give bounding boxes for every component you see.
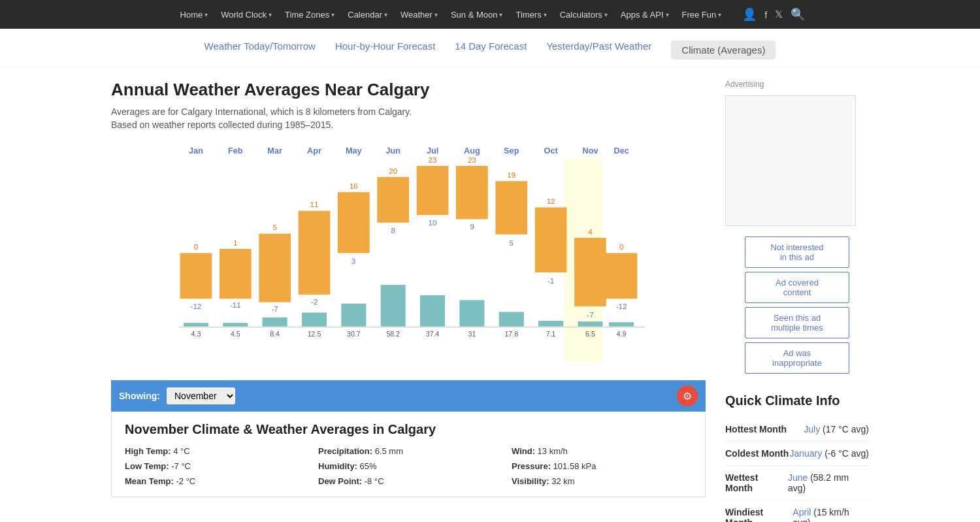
ad-not-interested-btn[interactable]: Not interestedin this ad [745, 237, 849, 268]
detail-title: November Climate & Weather Averages in C… [125, 422, 692, 437]
label-apr-high: 11 [310, 200, 319, 208]
qc-windiest-label: Windiest Month [725, 507, 792, 522]
top-navigation: Home ▾ World Clock ▾ Time Zones ▾ Calend… [0, 0, 980, 29]
advertising-label: Advertising [725, 80, 869, 89]
tab-yesterday[interactable]: Yesterday/Past Weather [546, 41, 651, 59]
precip-aug: 31 [468, 330, 476, 338]
detail-panel: November Climate & Weather Averages in C… [111, 412, 706, 497]
bar-mar-temp [259, 234, 291, 302]
nav-sunmoon[interactable]: Sun & Moon ▾ [446, 10, 508, 20]
label-dec-low: -12 [616, 302, 627, 310]
precip-apr: 12.5 [308, 330, 321, 338]
ad-box [725, 95, 856, 226]
windiest-month-link[interactable]: April [792, 507, 811, 517]
tab-weather-today[interactable]: Weather Today/Tomorrow [204, 41, 316, 59]
climate-chart[interactable]: 0 -12 1 -11 5 -7 11 -2 16 3 [111, 143, 706, 378]
bar-aug-precip [459, 300, 484, 326]
nav-home[interactable]: Home ▾ [175, 10, 214, 20]
label-aug-low: 9 [470, 222, 474, 231]
label-may-low: 3 [351, 257, 355, 265]
tab-hourly[interactable]: Hour-by-Hour Forecast [335, 41, 435, 59]
nav-apps-api[interactable]: Apps & API ▾ [615, 10, 674, 20]
qc-windiest: Windiest Month April (15 km/h avg) [725, 500, 869, 522]
ad-inappropriate-btn[interactable]: Ad wasinappropriate [745, 342, 849, 374]
precip-jan: 4.3 [191, 330, 201, 338]
search-icon[interactable]: 🔍 [791, 7, 805, 22]
content-area: Annual Weather Averages Near Calgary Ave… [111, 80, 706, 522]
bar-sep-precip [499, 312, 524, 326]
wettest-month-link[interactable]: June [788, 472, 808, 483]
facebook-icon[interactable]: f [764, 9, 767, 20]
bar-jun-precip [381, 285, 406, 327]
bar-jul-precip [420, 295, 445, 327]
precip-feb: 4.5 [231, 330, 240, 338]
month-label-sep: Sep [504, 146, 519, 155]
showing-label: Showing: [119, 391, 160, 401]
user-icon[interactable]: 👤 [742, 7, 757, 22]
qc-wettest-label: Wettest Month [725, 472, 788, 493]
twitter-icon[interactable]: 𝕏 [775, 8, 783, 20]
precip-nov: 6.5 [585, 330, 595, 338]
qc-wettest: Wettest Month June (58.2 mm avg) [725, 466, 869, 500]
nav-calculators[interactable]: Calculators ▾ [555, 10, 613, 20]
bar-nov-precip [578, 321, 602, 326]
month-label-feb: Feb [228, 146, 243, 155]
month-label-nov: Nov [582, 146, 598, 155]
detail-mean-temp: Mean Temp: -2 °C [125, 476, 305, 486]
hottest-month-link[interactable]: July [804, 424, 820, 434]
qc-coldest: Coldest Month January (-6 °C avg) [725, 442, 869, 466]
qc-coldest-label: Coldest Month [725, 448, 789, 459]
page-title: Annual Weather Averages Near Calgary [111, 80, 706, 100]
detail-high-temp: High Temp: 4 °C [125, 446, 305, 456]
label-oct-low: -1 [547, 276, 554, 285]
bar-jan-temp [180, 253, 212, 299]
nav-timers[interactable]: Timers ▾ [510, 10, 551, 20]
qc-hottest: Hottest Month July (17 °C avg) [725, 417, 869, 442]
nav-calendar[interactable]: Calendar ▾ [342, 10, 393, 20]
month-label-aug: Aug [464, 146, 480, 155]
label-sep-low: 5 [510, 238, 514, 247]
nav-timezones[interactable]: Time Zones ▾ [280, 10, 340, 20]
page-subtitle1: Averages are for Calgary International, … [111, 106, 706, 117]
bar-nov-temp [574, 238, 606, 306]
coldest-month-link[interactable]: January [789, 448, 822, 459]
label-oct-high: 12 [547, 197, 555, 205]
quick-climate: Quick Climate Info Hottest Month July (1… [725, 393, 869, 522]
bar-apr-temp [299, 211, 331, 295]
label-sep-high: 19 [507, 171, 515, 179]
qc-title: Quick Climate Info [725, 393, 869, 408]
ad-covered-content-btn[interactable]: Ad coveredcontent [745, 272, 849, 303]
chart-container: 0 -12 1 -11 5 -7 11 -2 16 3 [111, 143, 706, 380]
label-jun-high: 20 [389, 167, 397, 175]
month-label-jun: Jun [385, 146, 400, 155]
bar-oct-temp [535, 207, 567, 272]
precip-sep: 17.8 [504, 330, 518, 338]
detail-grid: High Temp: 4 °C Precipitation: 6.5 mm Wi… [125, 446, 692, 486]
month-selector[interactable]: January February March April May June Ju… [167, 387, 235, 404]
month-label-mar: Mar [267, 146, 282, 155]
detail-visibility: Visibility: 32 km [512, 476, 692, 486]
label-mar-low: -7 [271, 304, 278, 313]
label-nov-high: 4 [588, 227, 593, 236]
detail-humidity: Humidity: 65% [318, 461, 498, 471]
nav-weather[interactable]: Weather ▾ [395, 10, 443, 20]
showing-bar: Showing: January February March April Ma… [111, 380, 706, 412]
detail-low-temp: Low Temp: -7 °C [125, 461, 305, 471]
nav-worldclock[interactable]: World Clock ▾ [216, 10, 277, 20]
nav-icons: 👤 f 𝕏 [742, 7, 783, 22]
ad-seen-multiple-btn[interactable]: Seen this admultiple times [745, 307, 849, 338]
precip-jun: 58.2 [386, 330, 400, 338]
nav-freefun[interactable]: Free Fun ▾ [677, 10, 727, 20]
gear-button[interactable]: ⚙ [677, 385, 698, 406]
label-jun-low: 8 [391, 226, 395, 235]
month-label-jan: Jan [189, 146, 203, 155]
label-feb-low: -11 [230, 301, 241, 309]
bar-jun-temp [377, 177, 409, 223]
tab-14day[interactable]: 14 Day Forecast [455, 41, 527, 59]
bar-aug-temp [456, 166, 488, 220]
label-nov-low: -7 [587, 310, 593, 319]
month-label-oct: Oct [544, 146, 559, 155]
bar-jul-temp [417, 166, 449, 215]
label-dec-high: 0 [619, 242, 624, 251]
tab-climate[interactable]: Climate (Averages) [671, 41, 776, 59]
